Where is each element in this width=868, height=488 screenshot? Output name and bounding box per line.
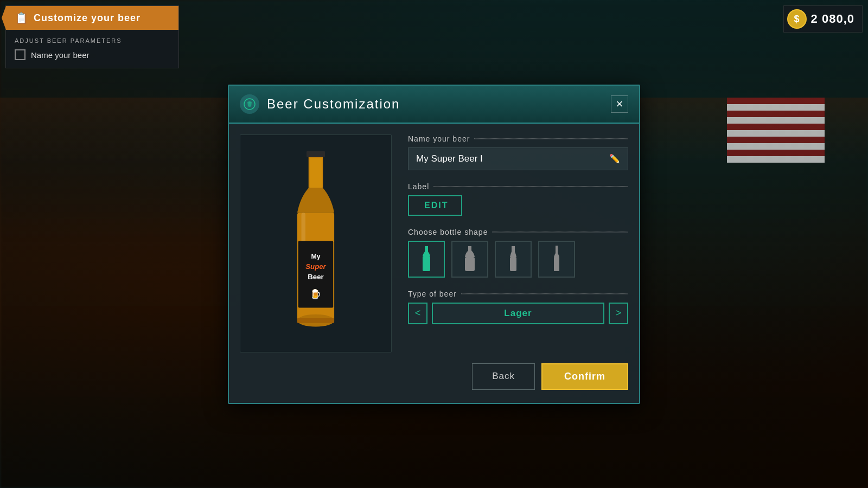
svg-text:Super: Super [305,262,326,271]
bottle-shape-2[interactable] [451,241,488,278]
beer-name-value: My Super Beer I [416,153,483,164]
bottle-shape-2-svg [461,245,478,273]
name-field-section: Name your beer My Super Beer I ✏️ [408,134,628,170]
beer-type-selector: < Lager > [408,303,628,324]
bottle-shape-4-svg [548,245,565,273]
bottle-shape-1-svg [418,245,435,273]
svg-rect-12 [310,158,322,188]
svg-rect-21 [554,257,559,271]
bottle-shape-label: Choose bottle shape [408,228,628,236]
dialog-title: Beer Customization [267,97,400,112]
svg-rect-13 [297,318,334,323]
bottle-panel: My Super Beer 🍺 [240,134,392,352]
bottle-shape-3[interactable] [495,241,532,278]
svg-rect-16 [468,246,471,251]
bottle-shapes-row [408,241,628,278]
dialog-footer: Back Confirm [229,363,639,403]
bottle-shape-4[interactable] [538,241,575,278]
beer-type-section: Type of beer < Lager > [408,290,628,324]
bottle-shape-section: Choose bottle shape [408,228,628,278]
beer-type-next-button[interactable]: > [609,303,628,324]
svg-rect-20 [556,246,558,253]
beer-bottle-image: My Super Beer 🍺 [272,146,359,341]
svg-text:🍺: 🍺 [310,288,322,300]
edit-pencil-icon: ✏️ [609,153,620,164]
beer-name-input[interactable]: My Super Beer I ✏️ [408,147,628,170]
dialog-overlay: Beer Customization × [0,0,868,488]
beer-type-value: Lager [432,303,604,324]
svg-rect-19 [510,257,516,271]
beer-type-label: Type of beer [408,290,628,298]
svg-rect-14 [425,246,428,252]
svg-point-1 [248,101,251,104]
beer-name-label: Name your beer [408,134,628,143]
svg-rect-2 [307,151,325,157]
svg-rect-15 [423,256,430,271]
edit-label-button[interactable]: Edit [408,195,462,216]
beer-icon-svg [243,98,256,111]
svg-text:Beer: Beer [308,273,323,281]
bottle-shape-1[interactable] [408,241,445,278]
confirm-button[interactable]: Confirm [541,363,628,390]
bottle-shape-3-svg [505,245,522,273]
dialog-header-left: Beer Customization [240,94,400,114]
beer-type-prev-button[interactable]: < [408,303,427,324]
svg-rect-18 [512,246,515,252]
beer-customization-dialog: Beer Customization × [228,85,640,404]
dialog-close-button[interactable]: × [611,95,628,113]
label-field-section: Label Edit [408,182,628,216]
dialog-body: My Super Beer 🍺 Name your beer [229,124,639,363]
svg-rect-17 [465,257,475,271]
dialog-header: Beer Customization × [229,86,639,124]
dialog-beer-icon [240,94,259,114]
back-button[interactable]: Back [472,363,535,390]
label-section-label: Label [408,182,628,191]
right-panel: Name your beer My Super Beer I ✏️ Label … [408,134,628,352]
svg-text:My: My [311,253,320,260]
